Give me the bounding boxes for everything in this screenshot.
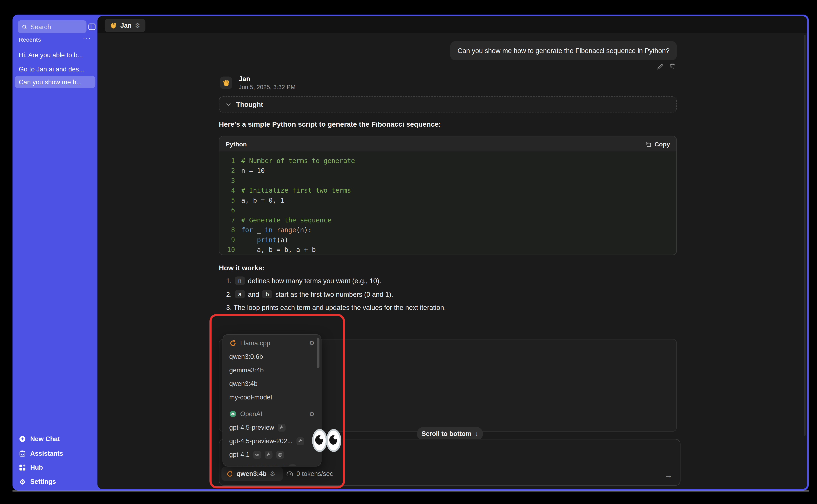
- provider-settings-icon[interactable]: ⚙: [309, 410, 315, 418]
- search-input[interactable]: [30, 23, 82, 30]
- chevron-down-icon: [226, 102, 231, 107]
- assistant-avatar: [220, 77, 232, 89]
- send-button[interactable]: →: [664, 471, 673, 480]
- search-box[interactable]: [18, 20, 86, 34]
- model-selector-button[interactable]: qwen3:4b ⚙: [221, 467, 283, 481]
- model-option[interactable]: gpt-4.1: [223, 448, 321, 461]
- model-selector-dropdown: Llama.cpp ⚙ qwen3:0.6b gemma3:4b qwen3:4…: [223, 334, 321, 467]
- screen: Recents ··· Hi. Are you able to b... Go …: [0, 0, 817, 504]
- inline-code-a: a: [235, 290, 245, 298]
- model-settings-icon[interactable]: ⚙: [270, 470, 275, 478]
- recents-menu-button[interactable]: ···: [83, 34, 91, 42]
- recents-label: Recents: [19, 36, 41, 43]
- model-option[interactable]: gemma3:4b: [223, 363, 321, 377]
- provider-header-llamacpp: Llama.cpp ⚙: [223, 336, 321, 350]
- sidebar-item-new-chat[interactable]: New Chat: [19, 434, 60, 444]
- sidebar-item-assistants[interactable]: Assistants: [19, 448, 63, 459]
- search-icon: [22, 24, 27, 30]
- settings-gear-icon: ⚙: [19, 478, 26, 485]
- model-option[interactable]: gpt-4.5-preview: [223, 421, 321, 434]
- wave-hand-icon: [110, 22, 117, 29]
- openai-icon: [229, 410, 236, 418]
- code-language-label: Python: [226, 140, 247, 148]
- thought-toggle[interactable]: Thought: [219, 96, 677, 113]
- selected-model-name: qwen3:4b: [236, 470, 266, 478]
- provider-header-openai: OpenAI ⚙: [223, 407, 321, 421]
- model-option[interactable]: qwen3:0.6b: [223, 350, 321, 363]
- code-content: 1# Number of terms to generate 2n = 10 3…: [219, 152, 677, 255]
- how-it-works-heading: How it works:: [219, 264, 264, 272]
- message-timestamp: Jun 5, 2025, 3:32 PM: [239, 84, 295, 90]
- tab-jan[interactable]: Jan ⚙: [105, 19, 146, 32]
- sidebar: Recents ··· Hi. Are you able to b... Go …: [13, 15, 97, 490]
- list-item: 3. The loop prints each term and updates…: [226, 304, 446, 312]
- code-block-header: Python Copy: [219, 136, 677, 152]
- user-message: Can you show me how to generate the Fibo…: [450, 41, 677, 61]
- eyes-emoji: [312, 429, 342, 452]
- wave-hand-icon: [222, 79, 230, 87]
- arrow-down-icon: ↓: [475, 430, 478, 437]
- assistants-icon: [19, 450, 26, 457]
- sidebar-item-hub[interactable]: Hub: [19, 462, 43, 473]
- wrench-icon: [265, 451, 273, 459]
- llamacpp-icon: [226, 470, 233, 478]
- new-chat-icon: [19, 435, 26, 443]
- edit-icon[interactable]: [657, 63, 664, 70]
- inline-code-b: b: [262, 290, 272, 298]
- list-item: 2. a and b start as the first two number…: [226, 290, 393, 298]
- thought-label: Thought: [236, 101, 263, 109]
- model-option[interactable]: qwen3:4b: [223, 377, 321, 390]
- eye-icon: [253, 451, 261, 459]
- scroll-to-bottom-button[interactable]: Scroll to bottom ↓: [417, 427, 483, 440]
- main-area: Jan ⚙ Can you show me how to generate th…: [97, 16, 807, 489]
- sidebar-item-settings[interactable]: ⚙ Settings: [19, 477, 56, 487]
- code-block: Python Copy 1# Number of terms to genera…: [219, 136, 677, 255]
- assistant-intro-text: Here's a simple Python script to generat…: [219, 120, 441, 128]
- hub-icon: [19, 464, 26, 471]
- app-window: Recents ··· Hi. Are you able to b... Go …: [13, 15, 809, 490]
- tab-gear-icon[interactable]: ⚙: [135, 22, 140, 29]
- dropdown-scrollbar[interactable]: [317, 338, 319, 368]
- chat-area: Can you show me how to generate the Fibo…: [97, 33, 807, 489]
- recent-chat-item-selected[interactable]: Can you show me h...: [15, 76, 95, 88]
- wrench-icon: [296, 437, 304, 445]
- model-option[interactable]: my-cool-model: [223, 390, 321, 404]
- recent-chat-item[interactable]: Go to Jan.ai and des...: [15, 63, 95, 75]
- copy-icon: [645, 141, 651, 147]
- delete-icon[interactable]: [669, 63, 676, 70]
- list-item: 1. n defines how many terms you want (e.…: [226, 277, 381, 285]
- copy-button[interactable]: Copy: [645, 140, 670, 148]
- assistant-name: Jan: [239, 75, 250, 83]
- model-option[interactable]: gpt-4.5-preview-202...: [223, 434, 321, 448]
- speedometer-icon: [286, 470, 293, 478]
- wrench-icon: [278, 424, 286, 432]
- window-bottom-edge: [13, 490, 809, 492]
- token-speed-indicator: 0 tokens/sec: [286, 467, 333, 481]
- wrench-icon: [289, 464, 296, 467]
- message-actions: [657, 63, 676, 70]
- chat-scrollbar[interactable]: [804, 35, 806, 436]
- tab-bar: Jan ⚙: [97, 16, 807, 33]
- inline-code-n: n: [235, 277, 245, 285]
- provider-settings-icon[interactable]: ⚙: [309, 339, 315, 347]
- sidebar-toggle-icon[interactable]: [88, 23, 96, 31]
- tab-title: Jan: [120, 22, 132, 29]
- recent-chat-item[interactable]: Hi. Are you able to b...: [15, 49, 95, 61]
- model-option[interactable]: gpt-4.1-2025-04-14: [223, 461, 321, 467]
- globe-icon: [276, 451, 284, 459]
- llamacpp-icon: [229, 339, 236, 347]
